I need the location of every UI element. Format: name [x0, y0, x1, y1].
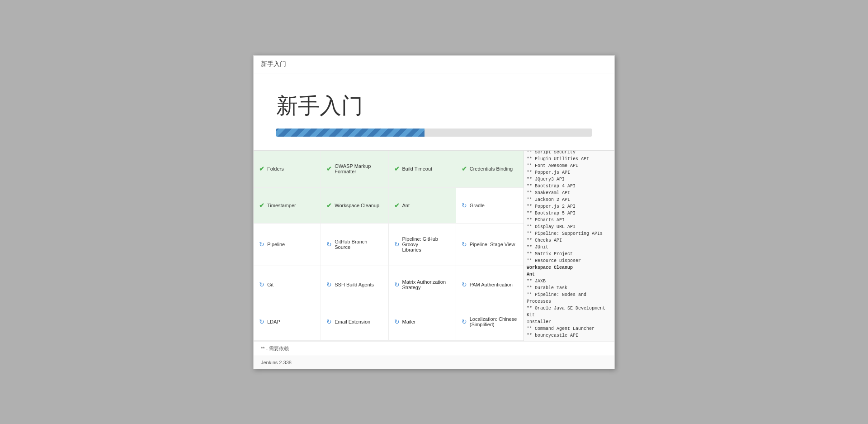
- log-line: ** Checks API: [527, 237, 612, 244]
- plugin-name: Folders: [267, 166, 284, 172]
- plugin-name: Gradle: [470, 203, 485, 208]
- loading-icon: ↻: [462, 318, 467, 325]
- plugin-name: Pipeline: GitHub Groovy Libraries: [402, 236, 450, 252]
- log-line: Workspace Cleanup: [527, 264, 612, 271]
- plugin-name: PAM Authentication: [470, 282, 513, 287]
- plugin-cell: ✔Build Timeout: [389, 151, 456, 188]
- log-line: ** Resource Disposer: [527, 257, 612, 264]
- plugin-name: Credentials Binding: [470, 166, 513, 172]
- log-line: ** Font Awesome API: [527, 162, 612, 169]
- plugin-name: Email Extension: [335, 319, 370, 324]
- plugin-cell: ✔Folders: [254, 151, 321, 188]
- loading-icon: ↻: [259, 241, 264, 248]
- plugin-cell: ↻Gradle: [456, 188, 524, 224]
- loading-icon: ↻: [462, 281, 467, 288]
- loading-icon: ↻: [259, 318, 264, 325]
- log-line: ** Plugin Utilities API: [527, 156, 612, 162]
- check-icon: ✔: [259, 165, 264, 172]
- plugin-cell: ↻PAM Authentication: [456, 266, 524, 303]
- log-line: ** ECharts API: [527, 217, 612, 224]
- plugin-cell: ↻Pipeline: Stage View: [456, 224, 524, 266]
- log-line: ** Durable Task: [527, 285, 612, 291]
- plugins-grid: ✔Folders✔OWASP Markup Formatter✔Build Ti…: [254, 151, 524, 341]
- bottom-note: ** - 需要依赖: [254, 341, 614, 356]
- check-icon: ✔: [394, 202, 400, 209]
- loading-icon: ↻: [326, 241, 332, 248]
- jenkins-version: Jenkins 2.338: [261, 360, 292, 365]
- plugin-cell: ↻Mailer: [389, 303, 456, 340]
- plugin-name: Pipeline: [267, 242, 285, 247]
- log-line: ** Popper.js 2 API: [527, 203, 612, 210]
- plugin-name: LDAP: [267, 319, 280, 324]
- plugin-cell: ↻Pipeline: GitHub Groovy Libraries: [389, 224, 456, 266]
- plugins-section: ✔Folders✔OWASP Markup Formatter✔Build Ti…: [254, 151, 614, 341]
- plugin-cell: ✔Ant: [389, 188, 456, 224]
- plugin-cell: ↻Matrix Authorization Strategy: [389, 266, 456, 303]
- log-line: ** Bootstrap 4 API: [527, 183, 612, 190]
- loading-icon: ↻: [394, 241, 400, 248]
- log-line: ** Popper.js API: [527, 169, 612, 176]
- plugin-name: Pipeline: Stage View: [470, 242, 515, 247]
- plugin-cell: ↻Pipeline: [254, 224, 321, 266]
- loading-icon: ↻: [326, 281, 332, 288]
- log-line: ** JAXB: [527, 278, 612, 285]
- plugin-cell: ✔OWASP Markup Formatter: [321, 151, 388, 188]
- plugin-cell: ✔Timestamper: [254, 188, 321, 224]
- check-icon: ✔: [259, 202, 264, 209]
- check-icon: ✔: [462, 165, 467, 172]
- window-footer: Jenkins 2.338: [254, 356, 614, 369]
- plugin-name: Matrix Authorization Strategy: [402, 279, 446, 290]
- log-line: Ant: [527, 271, 612, 278]
- loading-icon: ↻: [462, 202, 467, 209]
- plugin-name: Timestamper: [267, 203, 296, 208]
- plugin-name: Git: [267, 282, 274, 287]
- main-window: 新手入门 新手入门 ✔Folders✔OWASP Markup Formatte…: [253, 55, 615, 369]
- loading-icon: ↻: [394, 318, 400, 325]
- log-line: ** Display URL API: [527, 224, 612, 230]
- loading-icon: ↻: [462, 241, 467, 248]
- log-line: ** Pipeline: Nodes and Processes: [527, 291, 612, 305]
- check-icon: ✔: [326, 165, 332, 172]
- log-line: ** Bootstrap 5 API: [527, 210, 612, 217]
- log-line: ** Matrix Project: [527, 251, 612, 257]
- plugin-name: OWASP Markup Formatter: [335, 163, 371, 174]
- log-line: ** Pipeline: Supporting APIs: [527, 230, 612, 237]
- plugin-name: Mailer: [402, 319, 416, 324]
- log-line: ** Oracle Java SE Development Kit Instal…: [527, 305, 612, 325]
- hero-section: 新手入门: [254, 73, 614, 151]
- log-line: ** Script Security: [527, 151, 612, 156]
- page-title: 新手入门: [276, 91, 592, 120]
- plugin-cell: ↻LDAP: [254, 303, 321, 340]
- check-icon: ✔: [326, 202, 332, 209]
- side-log[interactable]: ** SSM Credentials** Pipeline: Step API*…: [524, 151, 614, 341]
- loading-icon: ↻: [259, 281, 264, 288]
- log-line: ** Jackson 2 API: [527, 196, 612, 203]
- plugin-name: Localization: Chinese (Simplified): [470, 316, 517, 327]
- plugin-name: SSH Build Agents: [335, 282, 374, 287]
- plugin-name: GitHub Branch Source: [335, 239, 382, 250]
- progress-bar-fill: [276, 129, 425, 137]
- progress-bar-container: [276, 129, 592, 137]
- plugin-name: Ant: [402, 203, 410, 208]
- log-line: ** SnakeYaml API: [527, 190, 612, 196]
- window-header: 新手入门: [254, 56, 614, 73]
- log-line: ** JQuery3 API: [527, 176, 612, 183]
- loading-icon: ↻: [394, 281, 400, 288]
- window-title: 新手入门: [261, 60, 286, 67]
- plugin-name: Workspace Cleanup: [335, 203, 379, 208]
- check-icon: ✔: [394, 165, 400, 172]
- plugin-cell: ↻Email Extension: [321, 303, 388, 340]
- plugin-name: Build Timeout: [402, 166, 433, 172]
- plugin-cell: ↻SSH Build Agents: [321, 266, 388, 303]
- log-line: ** Command Agent Launcher: [527, 325, 612, 332]
- log-line: ** bouncycastle API: [527, 332, 612, 339]
- plugin-cell: ✔Credentials Binding: [456, 151, 524, 188]
- plugin-cell: ↻GitHub Branch Source: [321, 224, 388, 266]
- plugin-cell: ↻Git: [254, 266, 321, 303]
- loading-icon: ↻: [326, 318, 332, 325]
- plugin-cell: ✔Workspace Cleanup: [321, 188, 388, 224]
- plugin-cell: ↻Localization: Chinese (Simplified): [456, 303, 524, 340]
- log-line: ** JUnit: [527, 244, 612, 251]
